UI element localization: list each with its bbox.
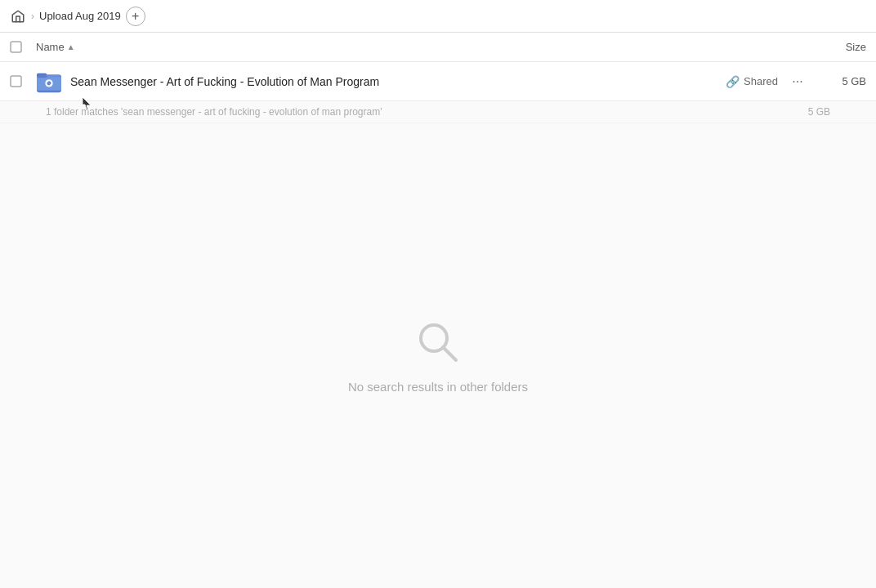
empty-state: No search results in other folders: [0, 123, 876, 588]
app-container: › Upload Aug 2019 + Name ▲ Size: [0, 0, 876, 588]
no-results-icon: [413, 318, 463, 367]
link-icon: 🔗: [726, 75, 740, 88]
file-checkbox[interactable]: [10, 75, 36, 87]
sort-icon: ▲: [67, 42, 75, 51]
home-icon[interactable]: [10, 8, 26, 24]
empty-text: No search results in other folders: [348, 380, 528, 394]
folder-icon: [36, 69, 62, 95]
add-button[interactable]: +: [126, 7, 145, 26]
column-headers: Name ▲ Size: [0, 33, 876, 62]
more-options-button[interactable]: ···: [786, 70, 809, 93]
shared-badge: 🔗 Shared: [726, 75, 778, 88]
file-name: Sean Messenger - Art of Fucking - Evolut…: [70, 75, 726, 88]
breadcrumb-folder[interactable]: Upload Aug 2019: [39, 10, 121, 22]
file-row[interactable]: Sean Messenger - Art of Fucking - Evolut…: [0, 62, 876, 101]
svg-rect-5: [38, 74, 47, 78]
file-size: 5 GB: [817, 75, 866, 87]
breadcrumb-separator: ›: [31, 11, 34, 22]
svg-line-9: [443, 347, 456, 360]
match-size: 5 GB: [808, 106, 830, 118]
breadcrumb-bar: › Upload Aug 2019 +: [0, 0, 876, 33]
match-count-row: 1 folder matches 'sean messenger - art o…: [0, 101, 876, 123]
match-text: 1 folder matches 'sean messenger - art o…: [46, 106, 382, 118]
svg-rect-1: [11, 76, 21, 87]
column-name-header[interactable]: Name ▲: [36, 41, 801, 53]
column-size-header: Size: [801, 41, 866, 53]
header-checkbox[interactable]: [10, 41, 36, 53]
svg-rect-0: [11, 42, 21, 52]
